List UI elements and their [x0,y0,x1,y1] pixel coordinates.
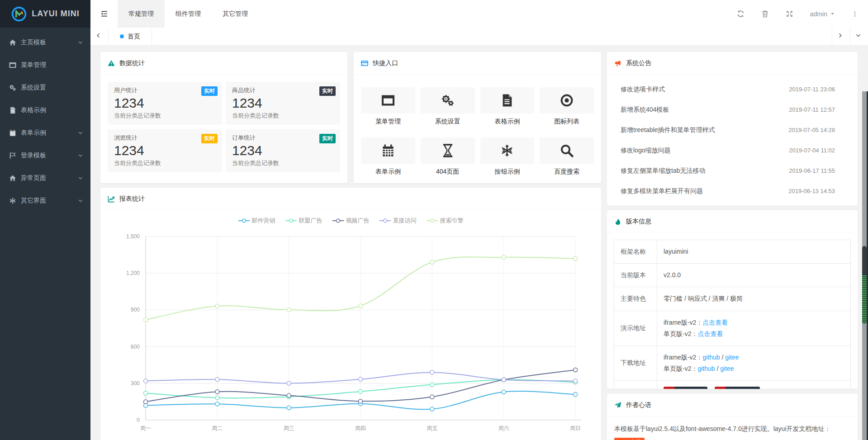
top-nav-item[interactable]: 组件管理 [165,0,212,28]
sidebar-item[interactable]: 菜单管理 [0,54,90,76]
svg-text:1,200: 1,200 [126,270,140,276]
version-link[interactable]: github [697,365,715,372]
sidebar-item[interactable]: 表格示例 [0,99,90,122]
legend-item[interactable]: 直接访问 [379,217,417,225]
tabs-scroll-left-button[interactable] [90,28,109,45]
credit-card-icon [361,60,368,67]
version-link[interactable]: 点击查看 [697,330,723,337]
quick-entry-item[interactable]: 表单示例 [361,137,415,176]
version-link[interactable]: gitee [720,365,734,372]
svg-text:周三: 周三 [284,425,294,431]
version-row-value: v2.0.0 [657,264,851,287]
version-link[interactable]: github [702,354,720,361]
sidebar-item[interactable]: 登录模板 [0,144,90,167]
legend-item[interactable]: 联盟广告 [285,217,323,225]
refresh-icon[interactable] [737,10,745,18]
more-menu-icon[interactable] [852,10,858,18]
top-nav-item-label: 组件管理 [175,10,201,18]
stat-card-desc: 当前分类总记录数 [114,159,216,167]
fullscreen-icon[interactable] [786,10,793,18]
quick-entry-icon-box [480,87,535,114]
stat-card-desc: 当前分类总记录数 [232,159,334,167]
notice-row[interactable]: 修改选项卡样式 2019-07-11 23:06 [607,79,858,99]
tabs-scroll-right-button[interactable] [832,28,850,45]
panel-title: 系统公告 [626,59,651,67]
quick-entry-item[interactable]: 菜单管理 [361,87,415,126]
chart-legend: 邮件营销联盟广告视频广告直接访问搜索引擎 [100,216,601,226]
version-row-label: 框架名称 [614,240,657,264]
svg-text:1,500: 1,500 [126,233,140,240]
notice-title: 修复左侧菜单缩放tab无法移动 [621,167,705,175]
top-nav-item[interactable]: 常规管理 [118,0,165,28]
sidebar-item-label: 菜单管理 [21,61,46,69]
notice-title: 修改logo缩放问题 [621,147,670,155]
legend-item[interactable]: 视频广告 [332,217,370,225]
stat-card: 用户统计 实时 1234 当前分类总记录数 [108,82,222,125]
quick-entry-item[interactable]: 404页面 [421,137,475,176]
quick-entry-item[interactable]: 系统设置 [421,87,475,126]
panel-title: 快捷入口 [373,59,398,67]
version-link[interactable]: gitee [725,354,739,361]
svg-text:周五: 周五 [427,425,437,431]
gitee-badge[interactable]: G278 Forks [715,387,760,389]
user-dropdown[interactable]: admin [810,10,835,18]
sidebar-item[interactable]: 其它界面 [0,189,90,212]
top-nav-item[interactable]: 其它管理 [212,0,259,28]
author-paragraph: 本模板基于layui2.5.4以及font-awesome-4.7.0进行实现。… [614,422,850,435]
version-row: 演示地址 iframe版-v2：点击查看单页版-v2：点击查看 [614,311,851,345]
quick-entry-item[interactable]: 表格示例 [480,87,535,126]
quick-entry-icon-box [480,137,535,164]
legend-item[interactable]: 搜索引擎 [427,217,464,225]
sidebar-item-icon [9,152,16,159]
caret-down-icon [830,11,835,16]
legend-item[interactable]: 邮件营销 [238,217,275,225]
stat-card-desc: 当前分类总记录数 [114,112,216,120]
quick-entry-item[interactable]: 按钮示例 [480,137,535,176]
gitee-badge[interactable]: G941 Stars [664,387,707,389]
version-row-value: G941 StarsG278 Forks [657,381,851,389]
quick-entry-item[interactable]: 百度搜索 [540,137,594,176]
quick-entry-grid: 菜单管理 系统设置 表格示例 [361,87,594,176]
layui-doc-badge[interactable]: layui文档 [614,438,645,440]
chevron-left-icon [95,33,103,40]
sidebar-item-label: 系统设置 [21,84,46,92]
sidebar-item-icon [9,62,16,69]
notice-row[interactable]: 新增treetable插件和菜单管理样式 2019-07-05 14:28 [607,120,858,140]
notice-row[interactable]: 修复多模块菜单栏展开有问题 2019-06-13 14:53 [607,181,858,201]
realtime-badge: 实时 [319,134,336,143]
tabs-dropdown-button[interactable] [850,28,868,45]
sidebar: 主页模板 菜单管理 系统设置 表格示例 [0,28,90,440]
scrollbar-thumb[interactable] [862,246,867,324]
panel-title: 作者心语 [626,401,651,409]
sidebar-item[interactable]: 系统设置 [0,76,90,99]
scrollbar-track[interactable] [862,91,867,440]
legend-label: 搜索引擎 [440,217,464,225]
chevron-down-icon [78,40,83,45]
sidebar-item[interactable]: 主页模板 [0,31,90,54]
notice-row[interactable]: 修改logo缩放问题 2019-07-04 11:02 [607,140,858,161]
gitee-badge-text: 941 Stars [674,387,707,389]
legend-marker-icon [379,218,391,223]
chevron-down-icon [78,198,83,203]
tab-home[interactable]: 首页 [109,28,152,45]
svg-text:0: 0 [137,417,140,423]
version-link[interactable]: 点击查看 [702,319,728,326]
quick-entry-label: 404页面 [421,168,475,176]
trash-icon[interactable] [761,10,769,18]
quick-entry-label: 菜单管理 [361,118,415,126]
sidebar-item[interactable]: 异常页面 [0,167,90,189]
sidebar-item-label: 主页模板 [21,38,46,47]
notice-row[interactable]: 修复左侧菜单缩放tab无法移动 2019-06-17 11:55 [607,161,858,181]
sidebar-toggle-button[interactable] [90,0,118,28]
line-chart: 03006009001,2001,500周一周二周三周四周五周六周日 [100,226,601,440]
panel-header: 系统公告 [607,52,858,75]
notice-row[interactable]: 新增系统404模板 2019-07-11 12:57 [607,99,858,120]
quick-entry-label: 按钮示例 [480,168,535,176]
sidebar-item[interactable]: 表单示例 [0,122,90,144]
notice-title: 新增treetable插件和菜单管理样式 [621,126,715,134]
quick-entry-icon-box [361,87,415,114]
active-tab-dot [120,34,124,38]
quick-entry-item[interactable]: 图标列表 [540,87,594,126]
stat-cards: 用户统计 实时 1234 当前分类总记录数 商品统计 实时 1234 当前分类总… [108,82,340,172]
version-row-label: 下载地址 [614,345,657,380]
